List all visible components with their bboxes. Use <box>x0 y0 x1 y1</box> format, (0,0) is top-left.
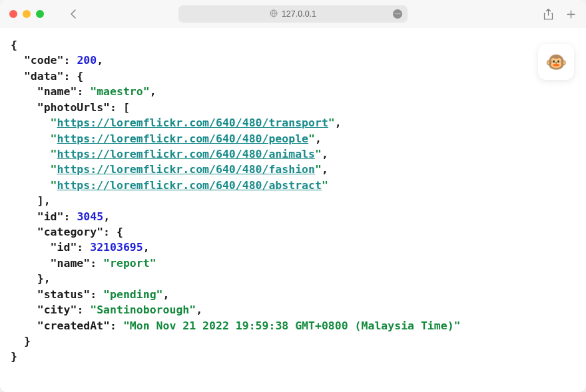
json-viewer: { "code": 200, "data": { "name": "maestr… <box>0 28 586 374</box>
photo-url-link[interactable]: https://loremflickr.com/640/480/fashion <box>57 163 315 176</box>
json-category-name-value: "report" <box>103 257 156 270</box>
photo-url-link[interactable]: https://loremflickr.com/640/480/people <box>57 132 309 145</box>
json-name-value: "maestro" <box>90 85 149 98</box>
toolbar-right <box>542 8 577 20</box>
close-window-button[interactable] <box>9 10 17 18</box>
json-category-id-value: 32103695 <box>90 241 143 254</box>
browser-window: 127.0.0.1 ⋯ 🐵 { "code": 200, "data": { "… <box>0 0 586 392</box>
chevron-left-icon <box>70 9 77 19</box>
maximize-window-button[interactable] <box>36 10 44 18</box>
json-code-value: 200 <box>77 54 97 67</box>
photo-url-link[interactable]: https://loremflickr.com/640/480/animals <box>57 148 315 160</box>
minimize-window-button[interactable] <box>23 10 31 18</box>
globe-icon <box>270 9 278 19</box>
reader-icon[interactable]: ⋯ <box>393 9 402 19</box>
address-bar[interactable]: 127.0.0.1 ⋯ <box>178 5 408 23</box>
photo-url-link[interactable]: https://loremflickr.com/640/480/abstract <box>57 179 322 192</box>
json-status-value: "pending" <box>103 288 162 301</box>
back-button[interactable] <box>65 6 81 22</box>
share-button[interactable] <box>542 8 554 20</box>
new-tab-button[interactable] <box>565 8 577 20</box>
plus-icon <box>566 9 576 19</box>
photo-url-link[interactable]: https://loremflickr.com/640/480/transpor… <box>57 116 328 129</box>
titlebar: 127.0.0.1 ⋯ <box>0 0 586 28</box>
traffic-lights <box>9 10 44 18</box>
extension-badge[interactable]: 🐵 <box>538 44 574 80</box>
share-icon <box>543 9 553 20</box>
json-city-value: "Santinoborough" <box>90 303 196 316</box>
page-content: 🐵 { "code": 200, "data": { "name": "maes… <box>0 28 586 392</box>
json-createdat-value: "Mon Nov 21 2022 19:59:38 GMT+0800 (Mala… <box>123 319 461 332</box>
monkey-icon: 🐵 <box>545 52 567 73</box>
address-text: 127.0.0.1 <box>282 9 316 19</box>
json-id-value: 3045 <box>77 210 103 223</box>
